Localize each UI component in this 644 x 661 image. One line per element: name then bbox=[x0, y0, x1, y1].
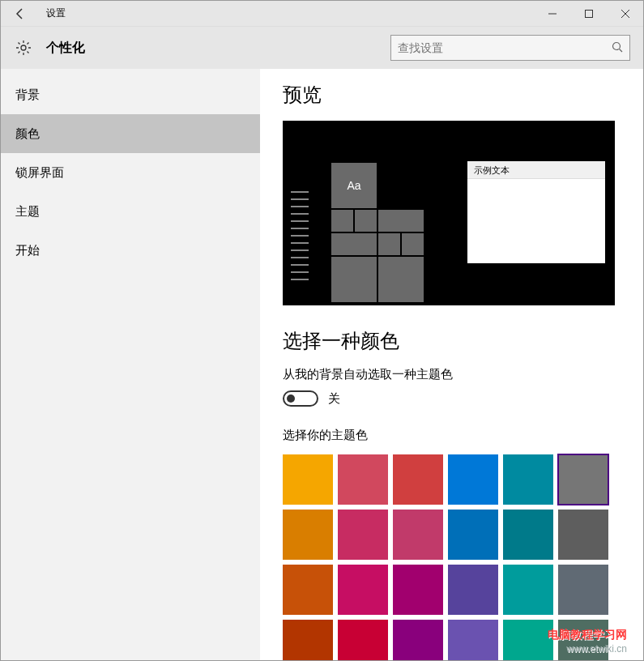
color-swatch[interactable] bbox=[393, 454, 443, 505]
color-swatch[interactable] bbox=[338, 454, 388, 505]
color-swatch[interactable] bbox=[393, 510, 443, 560]
gear-icon bbox=[14, 38, 33, 58]
color-swatch[interactable] bbox=[503, 454, 553, 505]
color-swatch[interactable] bbox=[448, 454, 498, 505]
close-button[interactable] bbox=[607, 1, 643, 27]
auto-pick-toggle-row: 关 bbox=[283, 390, 621, 407]
color-swatch[interactable] bbox=[558, 454, 608, 505]
sidebar-item-3[interactable]: 主题 bbox=[1, 192, 260, 231]
minimize-button[interactable] bbox=[534, 1, 570, 27]
color-swatch[interactable] bbox=[558, 510, 608, 560]
auto-pick-toggle[interactable] bbox=[283, 390, 318, 407]
preview-panel: Aa 示例文本 bbox=[283, 121, 615, 305]
preview-aa-tile: Aa bbox=[331, 163, 377, 208]
color-swatch[interactable] bbox=[503, 620, 553, 660]
search-input[interactable] bbox=[398, 41, 612, 54]
color-swatch[interactable] bbox=[393, 565, 443, 615]
color-swatch[interactable] bbox=[558, 620, 608, 660]
color-swatch[interactable] bbox=[393, 620, 443, 660]
maximize-button[interactable] bbox=[570, 1, 607, 27]
sidebar-item-0[interactable]: 背景 bbox=[1, 75, 260, 114]
page-title: 个性化 bbox=[46, 40, 390, 57]
color-swatch[interactable] bbox=[338, 565, 388, 615]
svg-line-6 bbox=[620, 49, 623, 52]
color-swatch[interactable] bbox=[283, 454, 333, 505]
search-icon bbox=[612, 41, 623, 55]
back-button[interactable] bbox=[1, 1, 40, 27]
color-swatch[interactable] bbox=[503, 510, 553, 560]
main-content: 预览 Aa 示例文本 选择一种颜色 从我的背景自动选取一种主题色 关 选择你的主… bbox=[260, 69, 643, 660]
color-swatch[interactable] bbox=[448, 620, 498, 660]
sidebar: 背景颜色锁屏界面主题开始 bbox=[1, 69, 260, 660]
preview-window-title: 示例文本 bbox=[467, 161, 605, 179]
header: 个性化 bbox=[1, 27, 643, 69]
toggle-state-label: 关 bbox=[328, 391, 340, 407]
accent-color-label: 选择你的主题色 bbox=[283, 428, 621, 443]
sidebar-item-1[interactable]: 颜色 bbox=[1, 114, 260, 153]
preview-taskbar-lines bbox=[291, 186, 315, 286]
choose-color-heading: 选择一种颜色 bbox=[283, 328, 621, 354]
color-swatch[interactable] bbox=[338, 510, 388, 560]
preview-start-menu: Aa bbox=[331, 163, 435, 286]
window-title: 设置 bbox=[40, 6, 534, 20]
color-swatch[interactable] bbox=[283, 510, 333, 560]
color-swatch[interactable] bbox=[503, 565, 553, 615]
color-swatch[interactable] bbox=[283, 620, 333, 660]
sidebar-item-4[interactable]: 开始 bbox=[1, 231, 260, 270]
window-controls bbox=[534, 1, 643, 27]
svg-rect-1 bbox=[585, 10, 592, 17]
sidebar-item-2[interactable]: 锁屏界面 bbox=[1, 153, 260, 192]
color-swatch[interactable] bbox=[558, 565, 608, 615]
color-swatch[interactable] bbox=[283, 565, 333, 615]
svg-point-5 bbox=[613, 42, 621, 49]
titlebar: 设置 bbox=[1, 1, 643, 27]
svg-point-4 bbox=[21, 45, 26, 50]
search-box[interactable] bbox=[390, 35, 630, 61]
color-swatch[interactable] bbox=[448, 510, 498, 560]
preview-heading: 预览 bbox=[283, 82, 621, 108]
color-swatches bbox=[283, 454, 621, 660]
auto-pick-label: 从我的背景自动选取一种主题色 bbox=[283, 367, 621, 382]
color-swatch[interactable] bbox=[448, 565, 498, 615]
color-swatch[interactable] bbox=[338, 620, 388, 660]
preview-window: 示例文本 bbox=[467, 161, 605, 263]
